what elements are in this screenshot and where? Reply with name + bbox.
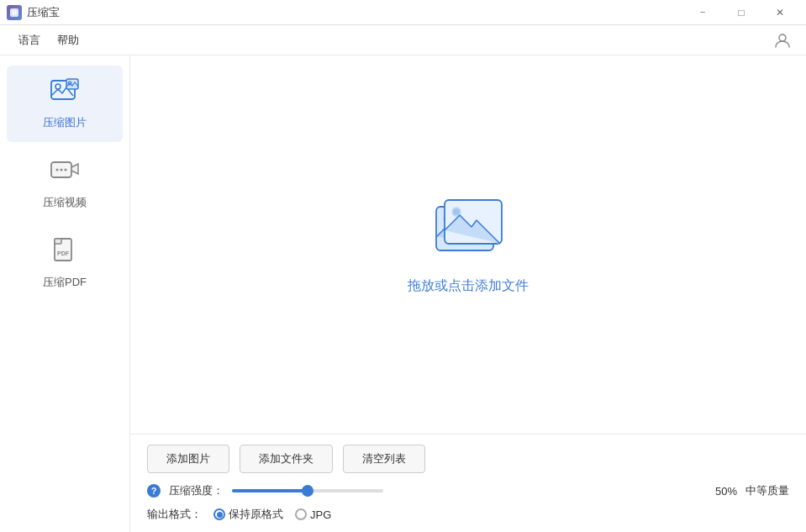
- radio-jpg: [295, 508, 307, 520]
- compression-slider[interactable]: [232, 489, 383, 492]
- sidebar-item-compress-pdf[interactable]: PDF 压缩PDF: [7, 225, 123, 302]
- app-title: 压缩宝: [27, 5, 683, 20]
- svg-point-1: [12, 10, 17, 15]
- minimize-button[interactable]: －: [683, 0, 722, 25]
- slider-fill: [232, 489, 308, 492]
- sidebar-item-compress-video[interactable]: 压缩视频: [7, 145, 123, 222]
- compress-pdf-icon: PDF: [50, 237, 80, 270]
- main-layout: 压缩图片 压缩视频 PDF: [0, 55, 806, 532]
- action-button-row: 添加图片 添加文件夹 清空列表: [147, 445, 789, 473]
- compression-slider-container: [232, 489, 707, 492]
- compress-image-icon: [50, 77, 80, 110]
- format-option-original[interactable]: 保持原格式: [213, 507, 283, 522]
- compression-label: 压缩强度：: [169, 483, 224, 498]
- svg-point-10: [65, 169, 67, 171]
- sidebar-item-label-video: 压缩视频: [43, 195, 87, 210]
- maximize-button[interactable]: □: [722, 0, 761, 25]
- slider-value: 50%: [715, 485, 737, 498]
- format-label: 输出格式：: [147, 507, 202, 522]
- compress-video-icon: [50, 157, 80, 190]
- svg-rect-12: [55, 239, 61, 244]
- output-format-row: 输出格式： 保持原格式 JPG: [147, 507, 789, 522]
- close-button[interactable]: ✕: [761, 0, 799, 25]
- menu-bar-right: [769, 27, 796, 54]
- sidebar-item-compress-image[interactable]: 压缩图片: [7, 66, 123, 142]
- menu-help[interactable]: 帮助: [49, 28, 87, 53]
- svg-point-2: [779, 34, 786, 41]
- title-bar: 压缩宝 － □ ✕: [0, 0, 806, 25]
- menu-language[interactable]: 语言: [10, 28, 49, 53]
- help-icon[interactable]: ?: [147, 484, 161, 498]
- radio-original: [213, 508, 225, 520]
- menu-bar: 语言 帮助: [0, 25, 806, 55]
- svg-point-8: [56, 169, 59, 171]
- window-controls: － □ ✕: [683, 0, 799, 25]
- compression-strength-row: ? 压缩强度： 50% 中等质量: [147, 483, 789, 498]
- drop-zone-text: 拖放或点击添加文件: [408, 277, 529, 295]
- bottom-controls: 添加图片 添加文件夹 清空列表 ? 压缩强度： 50% 中等质量 输: [130, 434, 806, 532]
- add-image-button[interactable]: 添加图片: [147, 445, 229, 473]
- drop-zone[interactable]: 拖放或点击添加文件: [130, 55, 806, 434]
- add-folder-button[interactable]: 添加文件夹: [240, 445, 333, 473]
- svg-point-9: [61, 169, 63, 171]
- drop-zone-illustration: [426, 195, 510, 262]
- slider-quality: 中等质量: [745, 483, 789, 498]
- format-option-jpg[interactable]: JPG: [295, 508, 331, 521]
- clear-list-button[interactable]: 清空列表: [343, 445, 425, 473]
- format-original-label: 保持原格式: [229, 507, 283, 522]
- svg-text:PDF: PDF: [57, 250, 70, 256]
- sidebar-item-label-image: 压缩图片: [43, 115, 87, 130]
- slider-thumb[interactable]: [302, 485, 313, 497]
- user-icon[interactable]: [769, 27, 796, 54]
- sidebar: 压缩图片 压缩视频 PDF: [0, 55, 130, 532]
- svg-point-18: [453, 208, 460, 215]
- sidebar-item-label-pdf: 压缩PDF: [43, 275, 87, 290]
- content-area: 拖放或点击添加文件 添加图片 添加文件夹 清空列表 ? 压缩强度：: [130, 55, 806, 532]
- app-icon: [7, 5, 22, 20]
- format-jpg-label: JPG: [310, 508, 331, 521]
